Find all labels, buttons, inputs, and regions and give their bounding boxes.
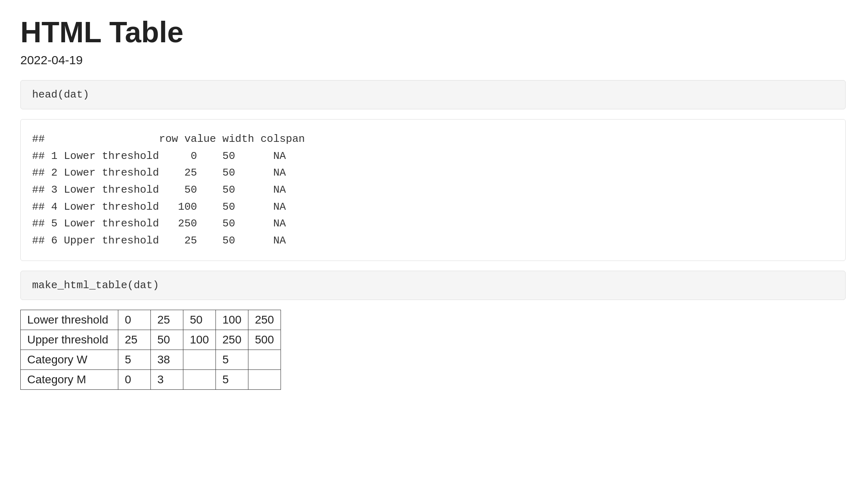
code-block-1: head(dat) (20, 80, 846, 109)
table-cell: 100 (183, 330, 216, 350)
table-cell: 38 (151, 350, 183, 370)
table-cell: 25 (118, 330, 151, 350)
table-cell: 5 (216, 350, 248, 370)
table-cell (183, 350, 216, 370)
html-table-container: Lower threshold02550100250Upper threshol… (20, 310, 846, 390)
table-row: Upper threshold2550100250500 (21, 330, 281, 350)
table-cell: 25 (151, 310, 183, 330)
table-cell: 500 (248, 330, 281, 350)
table-cell (248, 350, 281, 370)
table-cell (248, 370, 281, 390)
table-cell: 250 (248, 310, 281, 330)
table-cell-label: Category M (21, 370, 118, 390)
page-date: 2022-04-19 (20, 53, 846, 67)
table-cell: 0 (118, 310, 151, 330)
table-cell-label: Upper threshold (21, 330, 118, 350)
table-cell-label: Lower threshold (21, 310, 118, 330)
table-cell: 5 (216, 370, 248, 390)
code-block-2: make_html_table(dat) (20, 271, 846, 300)
table-cell-label: Category W (21, 350, 118, 370)
table-cell (183, 370, 216, 390)
table-cell: 3 (151, 370, 183, 390)
table-cell: 5 (118, 350, 151, 370)
table-row: Lower threshold02550100250 (21, 310, 281, 330)
table-cell: 0 (118, 370, 151, 390)
table-cell: 250 (216, 330, 248, 350)
page-title: HTML Table (20, 16, 846, 48)
table-row: Category M035 (21, 370, 281, 390)
table-row: Category W5385 (21, 350, 281, 370)
table-cell: 100 (216, 310, 248, 330)
table-cell: 50 (151, 330, 183, 350)
output-block: ## row value width colspan ## 1 Lower th… (20, 119, 846, 261)
table-cell: 50 (183, 310, 216, 330)
html-table: Lower threshold02550100250Upper threshol… (20, 310, 281, 390)
